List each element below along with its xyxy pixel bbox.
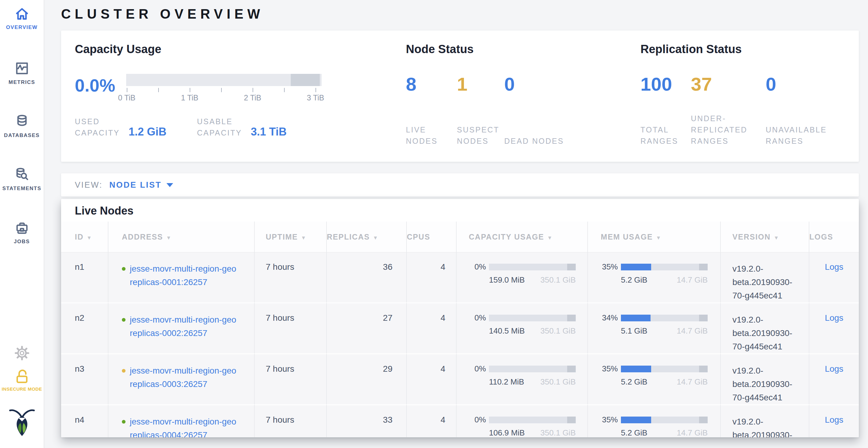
capacity-gauge-tick-labels: 0 TiB 1 TiB 2 TiB 3 TiB bbox=[126, 93, 321, 103]
unlocked-padlock-icon bbox=[0, 368, 44, 383]
sidebar-item-metrics[interactable]: METRICS bbox=[0, 61, 44, 85]
live-nodes-title: Live Nodes bbox=[61, 199, 859, 221]
cockroach-bug-icon bbox=[0, 408, 44, 438]
node-capacity-usage: 0% 159.0 MiB 350.1 GiB bbox=[457, 252, 588, 303]
insecure-mode-indicator[interactable]: INSECURE MODE bbox=[0, 368, 44, 391]
tick-label: 2 TiB bbox=[244, 93, 261, 102]
view-selector-bar: VIEW: NODE LIST bbox=[61, 173, 859, 197]
settings-gear-button[interactable] bbox=[0, 345, 44, 361]
node-mem-usage: 35% 5.2 GiB 14.7 GiB bbox=[588, 353, 721, 404]
insecure-mode-label: INSECURE MODE bbox=[0, 386, 44, 391]
tick-label: 1 TiB bbox=[181, 93, 198, 102]
mem-bar bbox=[621, 264, 708, 270]
chevron-down-icon[interactable] bbox=[166, 183, 173, 187]
node-mem-usage: 34% 5.1 GiB 14.7 GiB bbox=[588, 303, 721, 353]
tick-label: 3 TiB bbox=[307, 93, 324, 102]
usable-capacity-value: 3.1 TiB bbox=[251, 126, 286, 138]
capacity-bar bbox=[489, 417, 576, 423]
node-version: v19.2.0-beta.20190930-70-g445ec41 bbox=[733, 415, 798, 437]
mem-bar bbox=[621, 366, 708, 372]
page-title: CLUSTER OVERVIEW bbox=[61, 6, 859, 22]
cockroachdb-logo bbox=[0, 408, 44, 438]
table-row: n4 jesse-movr-multi-region-geo replicas-… bbox=[61, 404, 859, 437]
node-address-link[interactable]: jesse-movr-multi-region-geo replicas-000… bbox=[122, 364, 254, 391]
logs-link[interactable]: Logs bbox=[825, 364, 843, 374]
dead-nodes-stat: 0 DEAD NODES bbox=[504, 73, 571, 147]
mem-bar bbox=[621, 417, 708, 423]
total-ranges-label: TOTAL RANGES bbox=[641, 113, 691, 147]
under-replicated-ranges-value: 37 bbox=[691, 73, 766, 95]
sidebar-item-label: DATABASES bbox=[0, 132, 44, 139]
under-replicated-ranges-label: UNDER-REPLICATED RANGES bbox=[691, 113, 752, 147]
node-id: n1 bbox=[61, 252, 108, 303]
column-header-replicas[interactable]: REPLICAS bbox=[327, 221, 407, 252]
capacity-bar bbox=[489, 366, 576, 372]
usable-capacity-stat: USABLE CAPACITY 3.1 TiB bbox=[197, 116, 319, 139]
column-header-cpus: CPUS bbox=[407, 221, 457, 252]
suspect-nodes-label: SUSPECT NODES bbox=[457, 113, 504, 147]
column-header-uptime[interactable]: UPTIME bbox=[255, 221, 327, 252]
node-address-link[interactable]: jesse-movr-multi-region-geo replicas-000… bbox=[122, 262, 254, 289]
total-ranges-value: 100 bbox=[641, 73, 691, 95]
node-cpus: 4 bbox=[407, 404, 457, 437]
replication-status-title: Replication Status bbox=[641, 42, 845, 56]
node-replicas: 33 bbox=[327, 404, 407, 437]
node-replicas: 27 bbox=[327, 303, 407, 353]
capacity-bar bbox=[489, 264, 576, 270]
capacity-gauge-ticks bbox=[126, 88, 321, 93]
cluster-summary-panel: Capacity Usage 0.0% 0 TiB 1 TiB 2 TiB bbox=[61, 31, 859, 162]
logs-link[interactable]: Logs bbox=[825, 313, 843, 322]
capacity-gauge-end-segment bbox=[291, 74, 320, 86]
capacity-bar bbox=[489, 315, 576, 321]
sidebar-item-label: OVERVIEW bbox=[0, 25, 44, 31]
column-header-address[interactable]: ADDRESS bbox=[108, 221, 255, 252]
sidebar-item-overview[interactable]: OVERVIEW bbox=[0, 7, 44, 31]
node-mem-usage: 35% 5.2 GiB 14.7 GiB bbox=[588, 252, 721, 303]
node-id: n3 bbox=[61, 353, 108, 404]
mem-bar bbox=[621, 315, 708, 321]
node-address-link[interactable]: jesse-movr-multi-region-geo replicas-000… bbox=[122, 313, 254, 340]
node-id: n4 bbox=[61, 404, 108, 437]
column-header-mem-usage[interactable]: MEM USAGE bbox=[588, 221, 721, 252]
node-status-title: Node Status bbox=[406, 42, 641, 56]
view-dropdown[interactable]: NODE LIST bbox=[109, 180, 161, 190]
used-capacity-value: 1.2 GiB bbox=[129, 126, 166, 138]
node-cpus: 4 bbox=[407, 252, 457, 303]
column-header-capacity-usage[interactable]: CAPACITY USAGE bbox=[457, 221, 588, 252]
main-content: CLUSTER OVERVIEW Capacity Usage 0.0% 0 T… bbox=[44, 0, 868, 448]
node-capacity-usage: 0% 140.5 MiB 350.1 GiB bbox=[457, 303, 588, 353]
table-row: n2 jesse-movr-multi-region-geo replicas-… bbox=[61, 303, 859, 353]
live-nodes-label: LIVE NODES bbox=[406, 113, 457, 147]
live-nodes-panel: Live Nodes ID ADDRESS UPTIME REPLICAS CP… bbox=[61, 199, 859, 437]
node-status-dot bbox=[122, 420, 126, 423]
node-mem-usage: 35% 5.2 GiB 14.7 GiB bbox=[588, 404, 721, 437]
sidebar-item-statements[interactable]: STATEMENTS bbox=[0, 167, 44, 192]
column-header-version[interactable]: VERSION bbox=[721, 221, 809, 252]
node-id: n2 bbox=[61, 303, 108, 353]
usable-capacity-label: USABLE CAPACITY bbox=[197, 116, 246, 139]
table-row: n1 jesse-movr-multi-region-geo replicas-… bbox=[61, 252, 859, 303]
node-version: v19.2.0-beta.20190930-70-g445ec41 bbox=[733, 313, 798, 353]
database-icon bbox=[0, 114, 44, 129]
live-nodes-table: ID ADDRESS UPTIME REPLICAS CPUS CAPACITY… bbox=[61, 221, 859, 437]
sidebar-item-jobs[interactable]: JOBS bbox=[0, 220, 44, 245]
dead-nodes-label: DEAD NODES bbox=[504, 113, 571, 147]
capacity-usage-gauge bbox=[126, 74, 321, 86]
node-version: v19.2.0-beta.20190930-70-g445ec41 bbox=[733, 262, 798, 303]
briefcase-icon bbox=[0, 220, 44, 235]
logs-link[interactable]: Logs bbox=[825, 262, 843, 272]
sidebar-item-databases[interactable]: DATABASES bbox=[0, 114, 44, 139]
sidebar-item-label: METRICS bbox=[0, 79, 44, 85]
logs-link[interactable]: Logs bbox=[825, 415, 843, 424]
suspect-nodes-value: 1 bbox=[457, 73, 504, 95]
home-icon bbox=[0, 7, 44, 21]
column-header-id[interactable]: ID bbox=[61, 221, 108, 252]
node-uptime: 7 hours bbox=[255, 303, 327, 353]
live-nodes-value: 8 bbox=[406, 73, 457, 95]
sidebar: OVERVIEW METRICS DATABASES bbox=[0, 0, 44, 448]
gear-icon bbox=[0, 345, 44, 361]
node-capacity-usage: 0% 110.2 MiB 350.1 GiB bbox=[457, 353, 588, 404]
node-uptime: 7 hours bbox=[255, 252, 327, 303]
node-address-link[interactable]: jesse-movr-multi-region-geo replicas-000… bbox=[122, 415, 254, 437]
node-status-dot bbox=[122, 267, 126, 271]
